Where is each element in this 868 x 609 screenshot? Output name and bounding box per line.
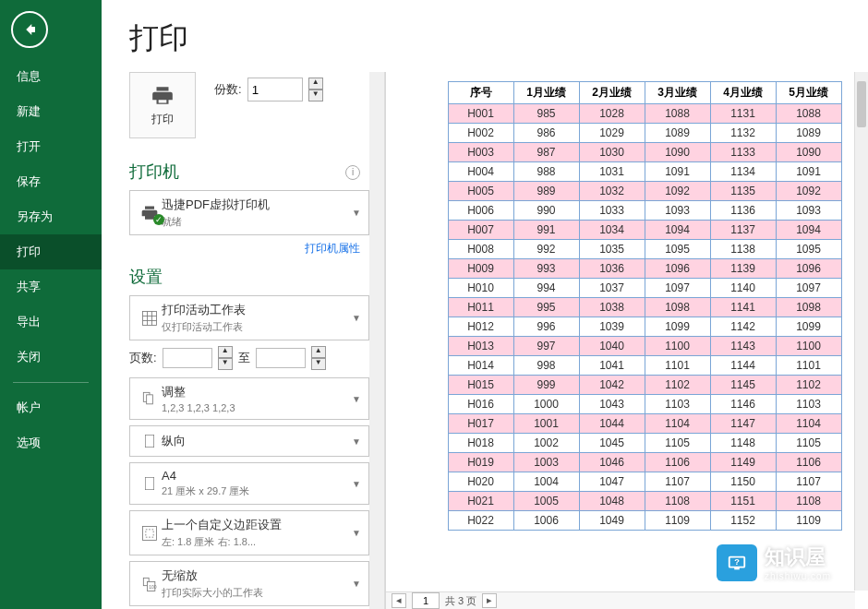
table-cell: 1106 (776, 453, 841, 472)
table-row: H02110051048110811511108 (448, 492, 841, 511)
copies-up[interactable]: ▲ (308, 78, 323, 90)
table-cell: 1103 (645, 395, 710, 414)
chevron-down-icon: ▼ (352, 579, 361, 589)
next-page[interactable]: ▸ (482, 593, 497, 608)
nav-saveas[interactable]: 另存为 (0, 199, 102, 234)
preview-scrollbar-v[interactable] (854, 72, 868, 591)
table-cell: H006 (448, 201, 513, 221)
table-cell: 990 (513, 201, 579, 221)
pages-from-down[interactable]: ▼ (218, 358, 233, 370)
table-cell: 1106 (645, 453, 710, 472)
table-cell: 1036 (579, 259, 645, 279)
svg-rect-9 (143, 526, 157, 540)
table-cell: 1105 (776, 434, 841, 453)
pages-to-down[interactable]: ▼ (311, 358, 326, 370)
table-cell: 1092 (645, 182, 710, 201)
table-cell: 1140 (710, 279, 776, 298)
table-cell: 986 (513, 124, 579, 143)
nav-open[interactable]: 打开 (0, 129, 102, 164)
nav-save[interactable]: 保存 (0, 164, 102, 199)
nav-options[interactable]: 选项 (0, 425, 102, 460)
table-cell: 1102 (776, 376, 841, 395)
table-cell: 1091 (776, 162, 841, 182)
printer-select[interactable]: ✓ 迅捷PDF虚拟打印机 就绪 ▼ (129, 190, 369, 235)
pages-label: 页数: (129, 350, 157, 366)
pages-to[interactable] (256, 348, 306, 368)
nav-info[interactable]: 信息 (0, 59, 102, 94)
pages-to-up[interactable]: ▲ (311, 346, 326, 358)
table-cell: 994 (513, 279, 579, 298)
table-row: H0089921035109511381095 (448, 240, 841, 259)
table-row: H0029861029108911321089 (448, 124, 841, 143)
table-cell: 1149 (710, 453, 776, 472)
table-cell: H011 (448, 298, 513, 317)
table-cell: H007 (448, 221, 513, 240)
table-cell: 1135 (710, 182, 776, 201)
watermark: ? 知识屋 zhishiwu.com (717, 543, 831, 581)
table-cell: 1148 (710, 434, 776, 453)
table-row: H01710011044110411471104 (448, 414, 841, 434)
collate-select[interactable]: 调整1,2,3 1,2,3 1,2,3 ▼ (129, 377, 369, 420)
printer-properties-link[interactable]: 打印机属性 (129, 241, 360, 257)
back-button[interactable] (11, 11, 48, 48)
table-cell: 1040 (579, 337, 645, 356)
table-cell: 1041 (579, 356, 645, 376)
nav-separator (13, 382, 89, 383)
table-cell: 1097 (645, 279, 710, 298)
table-cell: 1141 (710, 298, 776, 317)
nav-close[interactable]: 关闭 (0, 340, 102, 375)
nav-share[interactable]: 共享 (0, 269, 102, 304)
table-cell: 1102 (645, 376, 710, 395)
printer-icon (149, 84, 176, 108)
paper-select[interactable]: A421 厘米 x 29.7 厘米 ▼ (129, 462, 369, 505)
page-number-input[interactable] (412, 592, 440, 609)
print-settings-panel: 打印 份数: ▲ ▼ 打印机 i (102, 72, 369, 609)
print-what-select[interactable]: 打印活动工作表仅打印活动工作表 ▼ (129, 295, 369, 340)
table-cell: 1028 (579, 104, 645, 124)
table-cell: 1004 (513, 472, 579, 492)
table-header: 序号 (448, 82, 513, 104)
nav-account[interactable]: 帐户 (0, 390, 102, 425)
table-cell: 1049 (579, 511, 645, 531)
chevron-down-icon: ▼ (352, 394, 361, 404)
table-cell: H005 (448, 182, 513, 201)
arrow-left-icon (21, 21, 38, 38)
prev-page[interactable]: ◂ (392, 593, 406, 608)
svg-rect-7 (145, 435, 153, 447)
print-button[interactable]: 打印 (129, 72, 196, 138)
settings-scrollbar[interactable] (369, 72, 385, 609)
chevron-down-icon: ▼ (352, 208, 361, 218)
table-row: H0019851028108811311088 (448, 104, 841, 124)
chevron-down-icon: ▼ (352, 313, 361, 323)
scale-select[interactable]: 100 无缩放打印实际大小的工作表 ▼ (129, 561, 369, 606)
pages-from-up[interactable]: ▲ (218, 346, 233, 358)
info-icon[interactable]: i (345, 165, 360, 180)
table-cell: 1138 (710, 240, 776, 259)
orientation-select[interactable]: 纵向 ▼ (129, 425, 369, 457)
portrait-icon (142, 432, 157, 450)
table-cell: 1104 (645, 414, 710, 434)
table-cell: 1098 (645, 298, 710, 317)
table-cell: 987 (513, 143, 579, 162)
svg-text:?: ? (734, 556, 740, 566)
nav-export[interactable]: 导出 (0, 304, 102, 340)
table-cell: 1146 (710, 395, 776, 414)
table-cell: 1108 (776, 492, 841, 511)
table-cell: 1093 (645, 201, 710, 221)
nav-print[interactable]: 打印 (0, 234, 102, 269)
table-cell: 1088 (776, 104, 841, 124)
table-row: H0139971040110011431100 (448, 337, 841, 356)
pages-from[interactable] (163, 348, 212, 368)
table-cell: H021 (448, 492, 513, 511)
table-cell: 1047 (579, 472, 645, 492)
table-cell: 1105 (645, 434, 710, 453)
margins-icon (140, 524, 159, 543)
table-cell: 1045 (579, 434, 645, 453)
table-cell: 1147 (710, 414, 776, 434)
table-row: H0109941037109711401097 (448, 279, 841, 298)
copies-down[interactable]: ▼ (308, 90, 323, 102)
nav-new[interactable]: 新建 (0, 94, 102, 129)
margins-select[interactable]: 上一个自定义边距设置左: 1.8 厘米 右: 1.8... ▼ (129, 510, 369, 555)
copies-input[interactable] (247, 78, 303, 102)
table-cell: 1043 (579, 395, 645, 414)
